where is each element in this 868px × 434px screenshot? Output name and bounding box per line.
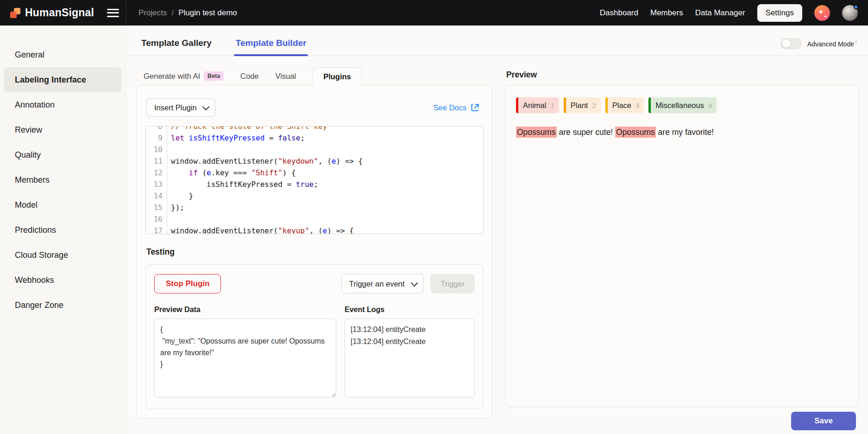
sidebar-item-labeling-interface[interactable]: Labeling Interface [4,67,121,92]
code-line: 10 [146,144,483,155]
sidebar-item-predictions[interactable]: Predictions [4,217,121,243]
label-text: Animal [518,97,550,113]
hamburger-menu-icon[interactable] [107,9,119,17]
code-line: 15}); [146,202,483,213]
label-text: Miscellaneous [651,97,708,113]
code-line-content: // Track the state of the Shift key [167,126,327,132]
label-text: Plant [566,97,592,113]
ai-assistant-button[interactable]: ✦✦ [814,5,830,21]
sidebar-item-danger-zone[interactable]: Danger Zone [4,293,121,318]
subtab-visual[interactable]: Visual [276,67,296,85]
code-line-content [167,144,171,155]
label-tag-plant[interactable]: Plant2 [564,97,601,113]
code-line-content: }); [167,202,184,213]
sidebar-item-cloud-storage[interactable]: Cloud Storage [4,243,121,268]
preview-heading: Preview [506,70,859,80]
preview-labels: Animal1Plant2Place3Miscellaneous4 [516,97,848,113]
topbar: HumanSignal Projects / Plugin test demo … [0,0,868,26]
trigger-event-select[interactable]: Trigger an event [341,274,424,294]
advanced-mode-label: Advanced Mode? [807,40,857,48]
code-editor[interactable]: 8// Track the state of the Shift key9let… [145,126,484,234]
line-number: 10 [146,144,167,155]
label-tag-place[interactable]: Place3 [605,97,644,113]
testing-heading: Testing [146,247,484,257]
settings-button[interactable]: Settings [757,4,802,22]
text-segment: are my favorite! [656,128,714,137]
event-logs-list[interactable]: [13:12:04] entityCreate[13:12:04] entity… [345,319,475,397]
external-link-icon [471,103,480,112]
preview-panel: Animal1Plant2Place3Miscellaneous4 Opossu… [505,85,859,407]
subtab-plugins[interactable]: Plugins [313,67,362,85]
label-hotkey: 4 [708,97,717,113]
topbar-brand-area: HumanSignal [0,0,126,26]
save-button[interactable]: Save [791,412,856,430]
see-docs-link[interactable]: See Docs [433,103,483,112]
subtab-generate-with-ai[interactable]: Generate with AI Beta [144,67,224,85]
chevron-down-icon [411,279,418,287]
subtab-generate-label: Generate with AI [144,72,200,81]
humansignal-logo-icon [10,8,20,18]
code-line-content: isShiftKeyPressed = true; [167,179,318,190]
label-text: Place [608,97,635,113]
code-line-content: if (e.key === "Shift") { [167,167,296,179]
stop-plugin-button[interactable]: Stop Plugin [154,274,221,294]
topbar-link-dashboard[interactable]: Dashboard [600,8,638,18]
label-hotkey: 3 [635,97,644,113]
line-number: 14 [146,190,167,202]
notification-dot [854,5,858,9]
preview-data-input[interactable]: { "my_text": "Opossums are super cute! O… [154,319,336,397]
preview-text: Opossums are super cute! Opossums are my… [516,126,848,139]
event-log-entry: [13:12:04] entityCreate [351,336,469,348]
help-icon: ? [855,40,857,45]
highlighted-region[interactable]: Opossums [615,127,656,138]
tab-template-builder[interactable]: Template Builder [234,38,308,56]
template-tabs-row: Template Gallery Template Builder Advanc… [126,26,868,56]
sidebar-nav: GeneralLabeling InterfaceAnnotationRevie… [0,42,121,318]
line-number: 12 [146,167,167,179]
code-line-content: let isShiftKeyPressed = false; [167,132,305,144]
label-hotkey: 1 [550,97,559,113]
sidebar-item-quality[interactable]: Quality [4,142,121,167]
trigger-event-selected-value: Trigger an event [349,280,405,288]
topbar-link-data-manager[interactable]: Data Manager [695,8,745,18]
sidebar-item-webhooks[interactable]: Webhooks [4,268,121,293]
sidebar-item-review[interactable]: Review [4,117,121,142]
code-line-content: } [167,190,193,202]
trigger-button: Trigger [430,274,475,294]
topbar-link-members[interactable]: Members [650,8,683,18]
insert-plugin-dropdown[interactable]: Insert Plugin [146,98,215,117]
sidebar-item-members[interactable]: Members [4,167,121,192]
code-line: 17window.addEventListener("keyup", (e) =… [146,225,483,234]
event-logs-label: Event Logs [345,306,475,314]
settings-sidebar: GeneralLabeling InterfaceAnnotationRevie… [0,26,126,434]
label-hotkey: 2 [592,97,600,113]
event-log-entry: [13:12:04] entityCreate [351,324,469,336]
highlighted-region[interactable]: Opossums [516,127,557,138]
builder-subtabs: Generate with AI Beta Code Visual Plugin… [137,67,492,85]
sidebar-item-general[interactable]: General [4,42,121,67]
code-line: 12 if (e.key === "Shift") { [146,167,483,179]
code-line: 11window.addEventListener("keydown", (e)… [146,155,483,167]
subtab-code[interactable]: Code [240,67,258,85]
line-number: 13 [146,179,167,190]
sparkle-icon: ✦ [824,14,827,19]
breadcrumb-projects[interactable]: Projects [138,8,167,18]
line-number: 8 [146,126,167,132]
testing-panel: Stop Plugin Trigger an event Trigger [145,264,484,409]
user-avatar[interactable] [842,5,858,21]
tab-template-gallery[interactable]: Template Gallery [139,38,214,56]
toggle-knob [782,39,790,48]
sidebar-item-annotation[interactable]: Annotation [4,92,121,117]
line-number: 11 [146,155,167,167]
topbar-nav: DashboardMembersData ManagerSettings ✦✦ [600,4,868,22]
label-tag-animal[interactable]: Animal1 [516,97,559,113]
sidebar-item-model[interactable]: Model [4,192,121,217]
advanced-mode-toggle[interactable] [780,38,802,49]
code-line: 16 [146,213,483,225]
code-line-content: window.addEventListener("keyup", (e) => … [167,225,354,234]
preview-data-label: Preview Data [154,306,336,314]
label-tag-miscellaneous[interactable]: Miscellaneous4 [648,97,717,113]
code-line-content: window.addEventListener("keydown", (e) =… [167,155,363,167]
breadcrumb-separator: / [171,8,174,18]
text-segment: are super cute! [557,128,615,137]
